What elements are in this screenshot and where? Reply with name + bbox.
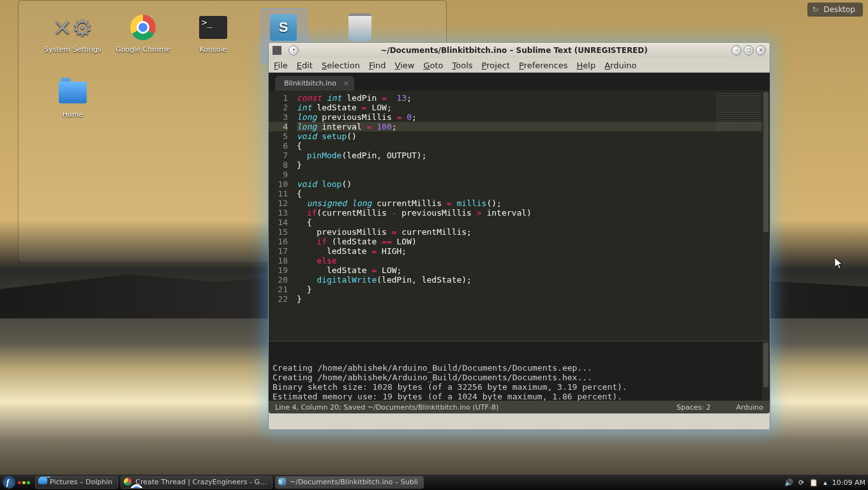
taskbar-entry[interactable]: Create Thread | CrazyEngineers - G…	[121, 476, 273, 489]
line-number: 16	[269, 237, 288, 246]
pager-dot[interactable]	[18, 481, 21, 484]
menubar: FileEditSelectionFindViewGotoToolsProjec…	[269, 58, 770, 73]
line-number: 12	[269, 198, 288, 208]
status-left: Line 4, Column 20; Saved ~/Documents/Bli…	[275, 403, 677, 412]
minimize-button[interactable]: –	[731, 45, 742, 56]
menu-tools[interactable]: Tools	[453, 61, 473, 70]
task-label: Pictures – Dolphin	[50, 478, 112, 486]
code-line[interactable]: digitalWrite(ledPin, ledState);	[297, 275, 770, 285]
line-number: 18	[269, 256, 288, 265]
console-line: Binary sketch size: 1028 bytes (of a 322…	[273, 382, 766, 392]
code-line[interactable]: pinMode(ledPin, OUTPUT);	[297, 151, 770, 160]
editor-area[interactable]: 12345678910111213141516171819202122 cons…	[269, 91, 770, 341]
tab-bar: Blinkitbitch.ino ×	[269, 73, 770, 91]
code-line[interactable]: long previousMillis = 0;	[297, 112, 770, 122]
code-line[interactable]: void loop()	[297, 179, 770, 189]
taskbar-entry[interactable]: S~/Documents/Blinkitbitch.ino – Subli	[275, 476, 424, 489]
code-line[interactable]: ledState = LOW;	[297, 265, 770, 275]
menu-goto[interactable]: Goto	[423, 61, 443, 70]
maximize-button[interactable]: ▢	[744, 45, 754, 56]
code-line[interactable]: void setup()	[297, 131, 770, 141]
minimap[interactable]	[716, 93, 761, 131]
status-indent[interactable]: Spaces: 2	[677, 403, 710, 412]
code-line[interactable]: previousMillis = currentMillis;	[297, 227, 770, 237]
code-line[interactable]: long interval = 100;	[297, 122, 770, 131]
mouse-cursor	[835, 258, 844, 271]
line-number: 3	[269, 112, 288, 122]
desktop-icon-home[interactable]: Home	[44, 77, 101, 119]
desktop-icon-chrome[interactable]: Google Chrome	[114, 12, 172, 54]
file-tab[interactable]: Blinkitbitch.ino ×	[275, 76, 354, 91]
volume-icon[interactable]: 🔊	[784, 479, 793, 487]
code-line[interactable]: }	[297, 294, 770, 304]
folder-icon	[38, 478, 47, 487]
statusbar: Line 4, Column 20; Saved ~/Documents/Bli…	[269, 401, 770, 413]
close-button[interactable]: ×	[756, 45, 766, 56]
chrome-icon	[124, 478, 133, 487]
clipboard-icon[interactable]: 📋	[809, 479, 818, 487]
menu-project[interactable]: Project	[482, 61, 511, 70]
pager-dot[interactable]	[22, 481, 26, 484]
chrome-icon	[128, 12, 158, 43]
code-line[interactable]: {	[297, 218, 770, 227]
titlebar[interactable]: • ~/Documents/Blinkitbitch.ino – Sublime…	[269, 43, 770, 58]
line-number: 17	[269, 246, 288, 256]
activity-pager[interactable]	[18, 481, 30, 484]
start-button[interactable]	[3, 476, 15, 489]
code-line[interactable]: }	[297, 160, 770, 170]
status-syntax[interactable]: Arduino	[736, 403, 763, 412]
clock[interactable]: 10:09 AM	[832, 479, 865, 487]
code-line[interactable]: int ledState = LOW;	[297, 103, 770, 112]
desktop-icon-trash[interactable]	[331, 12, 389, 45]
tab-close-icon[interactable]: ×	[343, 79, 349, 87]
console-scrollbar[interactable]	[762, 341, 770, 401]
line-number: 5	[269, 131, 288, 141]
line-number: 11	[269, 189, 288, 198]
code-line[interactable]: }	[297, 285, 770, 294]
code-line[interactable]: else	[297, 256, 770, 265]
desktop-icon-system-settings[interactable]: ✕⚙ System Settings	[44, 12, 101, 54]
window-title: ~/Documents/Blinkitbitch.ino – Sublime T…	[299, 46, 730, 55]
task-label: ~/Documents/Blinkitbitch.ino – Subli	[290, 478, 418, 486]
code-line[interactable]: const int ledPin = 13;	[297, 93, 770, 103]
network-icon[interactable]: ⟳	[798, 479, 804, 487]
line-number: 4	[269, 122, 288, 131]
icon-label: Konsole	[184, 45, 242, 54]
pager-dot[interactable]	[27, 481, 30, 484]
app-icon	[273, 46, 281, 55]
gear-icon: ✕⚙	[57, 12, 88, 43]
taskbar-entry[interactable]: Pictures – Dolphin	[35, 476, 118, 489]
menu-find[interactable]: Find	[369, 61, 386, 70]
line-number: 1	[269, 93, 288, 103]
code-line[interactable]: {	[297, 141, 770, 151]
code-line[interactable]: if (ledState == LOW)	[297, 237, 770, 246]
line-number: 15	[269, 227, 288, 237]
svg-marker-0	[835, 258, 842, 269]
desktop-icon-konsole[interactable]: >_ Konsole	[184, 12, 242, 54]
menu-edit[interactable]: Edit	[297, 61, 313, 70]
console-line: Creating /home/abhishek/Arduino_Build/Do…	[273, 363, 766, 373]
menu-preferences[interactable]: Preferences	[519, 61, 567, 70]
line-number: 19	[269, 265, 288, 275]
vertical-scrollbar[interactable]	[762, 91, 770, 341]
build-output-panel[interactable]: Creating /home/abhishek/Arduino_Build/Do…	[269, 341, 770, 401]
desktop-toolbox-button[interactable]: Desktop	[807, 3, 864, 17]
code-content[interactable]: const int ledPin = 13;int ledState = LOW…	[292, 91, 770, 341]
menu-arduino[interactable]: Arduino	[604, 61, 636, 70]
code-line[interactable]: {	[297, 189, 770, 198]
code-line[interactable]: if(currentMillis - previousMillis > inte…	[297, 208, 770, 218]
menu-file[interactable]: File	[274, 61, 288, 70]
tray-expand-icon[interactable]: ▴	[823, 479, 827, 487]
icon-label: Google Chrome	[114, 45, 172, 54]
code-line[interactable]: unsigned long currentMillis = millis();	[297, 198, 770, 208]
desktop-button-label: Desktop	[824, 5, 856, 14]
tab-label: Blinkitbitch.ino	[284, 79, 336, 87]
window-menu-button[interactable]: •	[288, 45, 299, 56]
menu-help[interactable]: Help	[577, 61, 596, 70]
code-line[interactable]: ledState = HIGH;	[297, 246, 770, 256]
code-line[interactable]	[297, 170, 770, 179]
sublime-window[interactable]: • ~/Documents/Blinkitbitch.ino – Sublime…	[268, 42, 770, 430]
menu-selection[interactable]: Selection	[322, 61, 360, 70]
console-line: Creating /home/abhishek/Arduino_Build/Do…	[273, 373, 766, 382]
menu-view[interactable]: View	[395, 61, 415, 70]
